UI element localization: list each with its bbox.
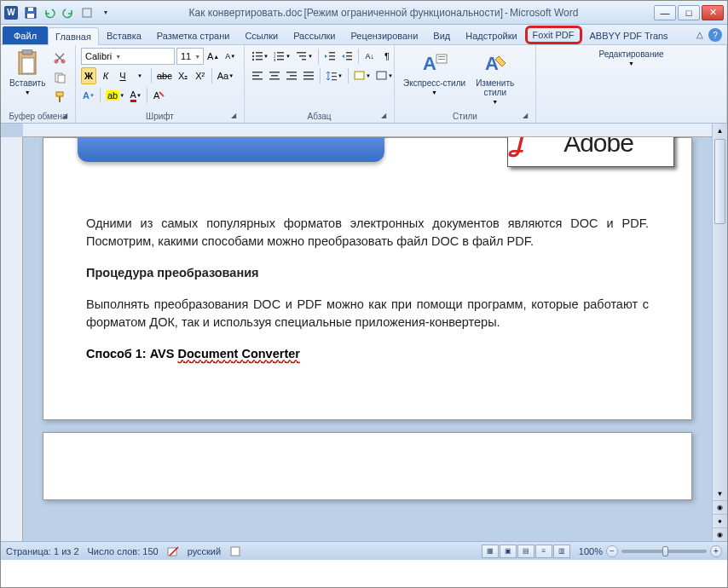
borders-button[interactable]: ▼ [374,67,395,84]
zoom-level[interactable]: 100% [579,546,603,556]
superscript-button[interactable]: X² [193,67,208,84]
status-proofing[interactable] [167,545,179,557]
editing-button[interactable]: Редактирование ▼ [595,48,667,68]
clear-formatting-button[interactable]: A [151,87,166,104]
zoom-slider-handle[interactable] [662,546,668,556]
save-button[interactable] [23,5,38,20]
tab-abbyy[interactable]: ABBYY PDF Trans [582,26,676,44]
svg-rect-44 [303,72,314,73]
undo-button[interactable] [42,5,57,20]
status-word-count[interactable]: Число слов: 150 [88,546,159,556]
paragraph-method1[interactable]: Способ 1: AVS Document Converter [86,345,649,363]
maximize-button[interactable]: □ [678,5,700,20]
quick-styles-button[interactable]: A Экспресс-стили ▼ [400,48,469,97]
close-button[interactable]: ✕ [702,5,724,20]
minimize-ribbon-button[interactable]: △ [696,30,703,39]
tab-home[interactable]: Главная [48,27,99,45]
align-left-button[interactable] [250,67,265,84]
format-painter-button[interactable] [52,89,67,106]
window-controls: — □ ✕ [654,5,724,20]
line-spacing-button[interactable]: ▼ [324,67,344,84]
status-page[interactable]: Страница: 1 из 2 [6,546,79,556]
svg-rect-10 [58,75,65,83]
scroll-down-button[interactable]: ▼ [713,487,727,500]
clipboard-dialog-launcher[interactable]: ◢ [60,112,70,122]
increase-indent-button[interactable] [339,48,355,65]
font-color-button[interactable]: A▼ [128,87,143,104]
align-center-button[interactable] [267,67,282,84]
scroll-track[interactable] [713,137,727,487]
paragraph-intro[interactable]: Одними из самых популярных форматов элек… [86,215,649,251]
browse-object-button[interactable]: ● [713,514,727,527]
view-draft[interactable]: ▥ [553,545,570,558]
tab-file[interactable]: Файл [3,26,48,44]
text-effects-button[interactable]: A▼ [81,87,96,104]
font-dialog-launcher[interactable]: ◢ [228,112,239,122]
view-outline[interactable]: ≡ [535,545,552,558]
bold-button[interactable]: Ж [81,67,96,84]
help-button[interactable]: ? [708,28,722,42]
italic-button[interactable]: К [98,67,113,84]
multilevel-list-button[interactable]: ▼ [294,48,315,65]
change-styles-button[interactable]: A Изменить стили ▼ [472,48,517,107]
status-macro[interactable] [229,545,241,557]
shrink-font-button[interactable]: A▼ [222,48,238,65]
qat-customize-dropdown[interactable]: ▼ [98,5,113,20]
paragraph-heading[interactable]: Процедура преобразования [86,264,649,282]
minimize-button[interactable]: — [654,5,676,20]
bullets-button[interactable]: ▼ [250,48,270,65]
paragraph-desc[interactable]: Выполнять преобразования DOC и PDF можно… [86,296,649,331]
tab-page-layout[interactable]: Разметка страни [149,26,238,44]
qat-extra-button[interactable] [79,5,95,20]
strikethrough-button[interactable]: abc [155,67,174,84]
zoom-out-button[interactable]: − [606,545,618,557]
paste-button[interactable]: Вставить ▼ [6,48,49,97]
horizontal-ruler[interactable] [23,124,712,137]
highlight-button[interactable]: ab▼ [104,87,126,104]
sort-button[interactable]: A↓ [362,48,378,65]
scroll-thumb[interactable] [714,139,725,224]
shading-button[interactable]: ▼ [352,67,373,84]
align-right-button[interactable] [284,67,299,84]
view-web-layout[interactable]: ▤ [517,545,534,558]
zoom-slider[interactable] [621,550,707,553]
view-full-screen[interactable]: ▣ [500,545,517,558]
tab-mailings[interactable]: Рассылки [286,26,343,44]
font-name-combo[interactable]: Calibri▼ [81,48,175,65]
font-size-combo[interactable]: 11▼ [176,48,204,65]
page-viewport[interactable]: ʝ Adobe Одними из самых популярных форма… [23,137,712,541]
view-buttons: ▦ ▣ ▤ ≡ ▥ [482,545,570,558]
vertical-scrollbar[interactable]: ▲ ▼ ◉ ● ◉ [712,124,727,541]
styles-dialog-launcher[interactable]: ◢ [520,112,530,122]
svg-rect-3 [83,9,91,17]
tab-foxit-pdf[interactable]: Foxit PDF [525,26,582,44]
decrease-indent-button[interactable] [322,48,338,65]
paragraph-dialog-launcher[interactable]: ◢ [378,112,389,122]
grow-font-button[interactable]: A▲ [205,48,221,65]
ribbon: Вставить ▼ Буфер обмена◢ Calibri▼ 11▼ A▲… [1,45,727,124]
status-language[interactable]: русский [188,546,221,556]
change-case-button[interactable]: Aa▼ [216,67,235,84]
tab-references[interactable]: Ссылки [237,26,286,44]
tab-view[interactable]: Вид [425,26,458,44]
copy-button[interactable] [52,69,67,86]
prev-page-button[interactable]: ◉ [713,500,727,514]
document-body[interactable]: Одними из самых популярных форматов элек… [43,215,691,419]
underline-button[interactable]: Ч [115,67,130,84]
view-print-layout[interactable]: ▦ [482,545,499,558]
svg-rect-48 [332,76,337,77]
justify-button[interactable] [301,67,316,84]
subscript-button[interactable]: X₂ [176,67,191,84]
tab-review[interactable]: Рецензировани [344,26,426,44]
zoom-in-button[interactable]: + [710,545,722,557]
numbering-button[interactable]: 123▼ [272,48,292,65]
show-marks-button[interactable]: ¶ [379,48,395,65]
scroll-up-button[interactable]: ▲ [713,124,727,137]
vertical-ruler[interactable] [1,137,23,541]
redo-button[interactable] [61,5,76,20]
dd-underline[interactable]: ▼ [132,67,147,84]
tab-addins[interactable]: Надстройки [458,26,524,44]
cut-button[interactable] [52,49,67,66]
tab-insert[interactable]: Вставка [99,26,149,44]
next-page-button[interactable]: ◉ [713,527,727,541]
